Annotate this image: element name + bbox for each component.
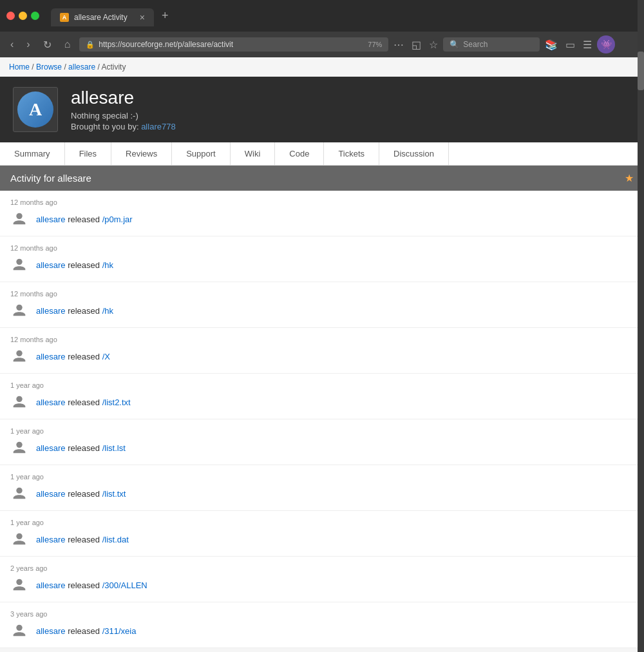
project-name: allesare: [71, 88, 176, 108]
activity-user-link[interactable]: allesare: [36, 398, 66, 407]
svg-point-8: [16, 579, 22, 585]
activity-user-link[interactable]: allesare: [36, 443, 66, 453]
tab-files[interactable]: Files: [65, 142, 111, 165]
rss-icon[interactable]: ★: [625, 172, 634, 184]
activity-release-link[interactable]: /hk: [102, 260, 113, 270]
forward-button[interactable]: ›: [23, 37, 33, 52]
pocket-icon[interactable]: ◱: [412, 39, 421, 51]
activity-action: released: [68, 580, 102, 590]
menu-icon[interactable]: ☰: [583, 39, 592, 51]
activity-user-link[interactable]: allesare: [36, 535, 66, 544]
activity-description: allesare released /list.dat: [36, 535, 129, 544]
url-display: https://sourceforge.net/p/allesare/activ…: [99, 40, 233, 49]
address-bar[interactable]: 🔒 https://sourceforge.net/p/allesare/act…: [79, 37, 388, 52]
activity-user-link[interactable]: allesare: [36, 352, 66, 361]
breadcrumb-home[interactable]: Home: [9, 62, 30, 72]
close-button[interactable]: [6, 12, 15, 20]
traffic-lights: [6, 12, 39, 20]
activity-release-link[interactable]: /311/xeia: [102, 626, 137, 636]
search-input-placeholder: Search: [463, 40, 488, 49]
activity-release-link[interactable]: /list.dat: [102, 535, 129, 544]
tab-wiki[interactable]: Wiki: [231, 142, 276, 165]
extension-icon[interactable]: 👾: [597, 35, 615, 53]
activity-release-link[interactable]: /list2.txt: [102, 398, 131, 407]
breadcrumb-project[interactable]: allesare: [68, 62, 95, 72]
project-logo: A: [13, 87, 58, 132]
sidebar-icon[interactable]: ▭: [565, 39, 575, 51]
activity-title: Activity for allesare: [10, 173, 91, 184]
activity-section: Activity for allesare ★ 12 months ago al…: [0, 166, 644, 648]
avatar: [10, 530, 28, 548]
project-author-link[interactable]: allare778: [141, 122, 176, 131]
tab-summary[interactable]: Summary: [0, 142, 65, 165]
search-bar[interactable]: 🔍 Search: [443, 37, 540, 52]
activity-user-link[interactable]: allesare: [36, 260, 66, 270]
activity-user-link[interactable]: allesare: [36, 306, 66, 316]
activity-description: allesare released /300/ALLEN: [36, 580, 147, 590]
project-info: allesare Nothing special :-) Brought to …: [71, 88, 176, 131]
bookmark-icon[interactable]: ☆: [429, 39, 438, 51]
more-options-icon[interactable]: ⋯: [393, 39, 404, 51]
avatar: [10, 393, 28, 411]
tab-code[interactable]: Code: [275, 142, 324, 165]
breadcrumb-current: Activity: [101, 62, 126, 72]
activity-description: allesare released /list.txt: [36, 489, 126, 499]
activity-row: allesare released /300/ALLEN: [10, 576, 634, 594]
activity-row: allesare released /hk: [10, 302, 634, 320]
activity-row: allesare released /list.dat: [10, 530, 634, 548]
activity-release-link[interactable]: /list.txt: [102, 489, 126, 499]
activity-action: released: [68, 260, 102, 270]
activity-description: allesare released /p0m.jar: [36, 215, 133, 224]
activity-action: released: [68, 535, 102, 544]
lock-icon: 🔒: [86, 41, 95, 49]
activity-release-link[interactable]: /hk: [102, 306, 113, 316]
list-item: 12 months ago allesare released /p0m.jar: [0, 191, 644, 236]
back-button[interactable]: ‹: [6, 37, 17, 52]
list-item: 12 months ago allesare released /hk: [0, 282, 644, 328]
activity-description: allesare released /hk: [36, 260, 113, 270]
avatar: [10, 484, 28, 503]
activity-timestamp: 1 year ago: [10, 381, 634, 389]
avatar: [10, 439, 28, 457]
tab-favicon: A: [60, 13, 69, 22]
activity-user-link[interactable]: allesare: [36, 626, 66, 636]
tab-tickets[interactable]: Tickets: [324, 142, 379, 165]
scrollbar-track: [638, 0, 644, 652]
tab-title: allesare Activity: [74, 13, 128, 22]
home-button[interactable]: ⌂: [61, 37, 75, 52]
tab-reviews[interactable]: Reviews: [111, 142, 172, 165]
activity-action: released: [68, 626, 102, 636]
activity-action: released: [68, 306, 102, 316]
scrollbar-thumb[interactable]: [638, 52, 644, 90]
breadcrumb-browse[interactable]: Browse: [36, 62, 62, 72]
minimize-button[interactable]: [19, 12, 27, 20]
list-item: 12 months ago allesare released /hk: [0, 236, 644, 282]
activity-row: allesare released /p0m.jar: [10, 210, 634, 228]
activity-user-link[interactable]: allesare: [36, 489, 66, 499]
activity-row: allesare released /X: [10, 347, 634, 365]
avatar: [10, 256, 28, 274]
active-tab[interactable]: A allesare Activity ×: [51, 8, 154, 26]
activity-release-link[interactable]: /X: [102, 352, 110, 361]
tab-close-button[interactable]: ×: [140, 12, 145, 23]
reload-button[interactable]: ↻: [39, 37, 55, 52]
activity-user-link[interactable]: allesare: [36, 580, 66, 590]
list-item: 12 months ago allesare released /X: [0, 328, 644, 374]
svg-point-5: [16, 442, 22, 448]
project-tagline: Nothing special :-): [71, 111, 176, 120]
maximize-button[interactable]: [31, 12, 39, 20]
library-icon[interactable]: 📚: [545, 39, 558, 51]
avatar: [10, 347, 28, 365]
tab-discussion[interactable]: Discussion: [379, 142, 449, 165]
activity-row: allesare released /311/xeia: [10, 622, 634, 640]
activity-action: released: [68, 489, 102, 499]
activity-release-link[interactable]: /300/ALLEN: [102, 580, 147, 590]
activity-row: allesare released /hk: [10, 256, 634, 274]
page-content: Home / Browse / allesare / Activity A al…: [0, 57, 644, 652]
tab-support[interactable]: Support: [172, 142, 231, 165]
activity-user-link[interactable]: allesare: [36, 215, 66, 224]
new-tab-button[interactable]: +: [155, 5, 175, 26]
activity-timestamp: 12 months ago: [10, 198, 634, 206]
activity-release-link[interactable]: /list.lst: [102, 443, 126, 453]
activity-release-link[interactable]: /p0m.jar: [102, 215, 133, 224]
